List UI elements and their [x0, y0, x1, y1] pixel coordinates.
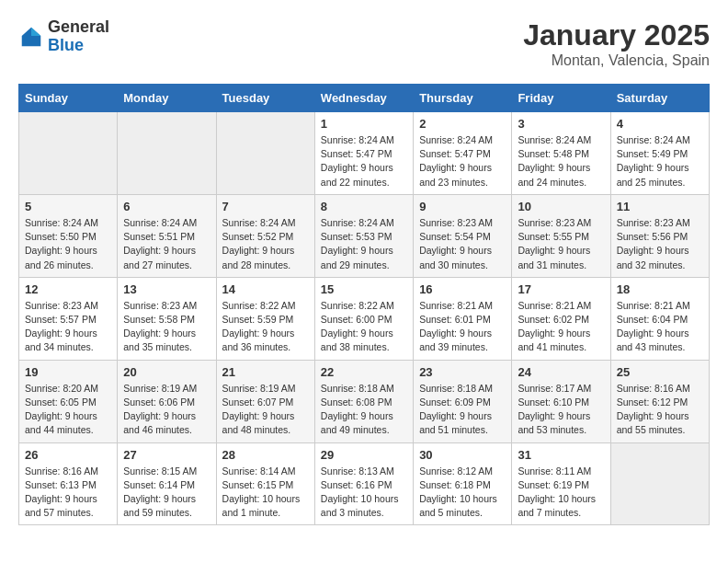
- week-row-2: 12Sunrise: 8:23 AM Sunset: 5:57 PM Dayli…: [19, 277, 710, 360]
- day-info: Sunrise: 8:14 AM Sunset: 6:15 PM Dayligh…: [222, 465, 309, 521]
- weekday-header-row: SundayMondayTuesdayWednesdayThursdayFrid…: [19, 85, 710, 112]
- day-info: Sunrise: 8:24 AM Sunset: 5:52 PM Dayligh…: [222, 216, 309, 272]
- day-cell: 7Sunrise: 8:24 AM Sunset: 5:52 PM Daylig…: [216, 194, 314, 277]
- weekday-header-saturday: Saturday: [610, 85, 709, 112]
- day-cell: 6Sunrise: 8:24 AM Sunset: 5:51 PM Daylig…: [118, 194, 216, 277]
- day-cell: 5Sunrise: 8:24 AM Sunset: 5:50 PM Daylig…: [19, 194, 118, 277]
- logo-text: General Blue: [48, 18, 109, 55]
- weekday-header-friday: Friday: [512, 85, 610, 112]
- day-info: Sunrise: 8:21 AM Sunset: 6:04 PM Dayligh…: [617, 299, 703, 355]
- day-cell: 19Sunrise: 8:20 AM Sunset: 6:05 PM Dayli…: [19, 360, 118, 442]
- day-number: 27: [123, 448, 210, 462]
- day-info: Sunrise: 8:24 AM Sunset: 5:48 PM Dayligh…: [518, 133, 604, 190]
- svg-marker-1: [31, 28, 40, 36]
- day-number: 11: [617, 200, 703, 213]
- day-info: Sunrise: 8:20 AM Sunset: 6:05 PM Dayligh…: [25, 382, 111, 438]
- day-cell: 30Sunrise: 8:12 AM Sunset: 6:18 PM Dayli…: [414, 442, 512, 525]
- day-number: 23: [419, 365, 506, 379]
- day-number: 28: [222, 448, 309, 462]
- day-info: Sunrise: 8:24 AM Sunset: 5:49 PM Dayligh…: [617, 133, 703, 190]
- day-number: 12: [25, 282, 111, 296]
- day-cell: 4Sunrise: 8:24 AM Sunset: 5:49 PM Daylig…: [610, 112, 709, 195]
- day-cell: 20Sunrise: 8:19 AM Sunset: 6:06 PM Dayli…: [118, 360, 216, 442]
- day-info: Sunrise: 8:15 AM Sunset: 6:14 PM Dayligh…: [123, 465, 210, 521]
- day-info: Sunrise: 8:19 AM Sunset: 6:07 PM Dayligh…: [222, 382, 309, 438]
- day-cell: 26Sunrise: 8:16 AM Sunset: 6:13 PM Dayli…: [19, 442, 118, 525]
- logo: General Blue: [18, 18, 109, 55]
- logo-general: General: [48, 18, 109, 37]
- day-info: Sunrise: 8:21 AM Sunset: 6:01 PM Dayligh…: [419, 299, 506, 355]
- day-cell: 1Sunrise: 8:24 AM Sunset: 5:47 PM Daylig…: [314, 112, 413, 195]
- day-number: 21: [222, 365, 309, 379]
- weekday-header-wednesday: Wednesday: [314, 85, 413, 112]
- day-number: 3: [518, 117, 604, 131]
- day-cell: 8Sunrise: 8:24 AM Sunset: 5:53 PM Daylig…: [314, 194, 413, 277]
- weekday-header-sunday: Sunday: [19, 85, 118, 112]
- day-cell: 3Sunrise: 8:24 AM Sunset: 5:48 PM Daylig…: [512, 112, 610, 195]
- day-cell: 10Sunrise: 8:23 AM Sunset: 5:55 PM Dayli…: [512, 194, 610, 277]
- day-info: Sunrise: 8:13 AM Sunset: 6:16 PM Dayligh…: [321, 465, 407, 521]
- day-number: 4: [617, 117, 703, 131]
- day-cell: 15Sunrise: 8:22 AM Sunset: 6:00 PM Dayli…: [314, 277, 413, 360]
- day-cell: 16Sunrise: 8:21 AM Sunset: 6:01 PM Dayli…: [414, 277, 512, 360]
- calendar-table: SundayMondayTuesdayWednesdayThursdayFrid…: [18, 84, 710, 525]
- weekday-header-monday: Monday: [118, 85, 216, 112]
- day-info: Sunrise: 8:22 AM Sunset: 5:59 PM Dayligh…: [222, 299, 309, 355]
- day-number: 1: [321, 117, 407, 131]
- day-number: 8: [321, 200, 407, 213]
- day-number: 16: [419, 282, 506, 296]
- week-row-3: 19Sunrise: 8:20 AM Sunset: 6:05 PM Dayli…: [19, 360, 710, 442]
- calendar-title: January 2025: [523, 18, 710, 52]
- title-block: January 2025 Montan, Valencia, Spain: [523, 18, 710, 69]
- day-info: Sunrise: 8:23 AM Sunset: 5:56 PM Dayligh…: [617, 216, 703, 272]
- day-cell: 2Sunrise: 8:24 AM Sunset: 5:47 PM Daylig…: [414, 112, 512, 195]
- day-cell: 27Sunrise: 8:15 AM Sunset: 6:14 PM Dayli…: [118, 442, 216, 525]
- day-number: 30: [419, 448, 506, 462]
- day-cell: 25Sunrise: 8:16 AM Sunset: 6:12 PM Dayli…: [610, 360, 709, 442]
- day-number: 2: [419, 117, 506, 131]
- day-info: Sunrise: 8:23 AM Sunset: 5:57 PM Dayligh…: [25, 299, 111, 355]
- day-number: 7: [222, 200, 309, 213]
- day-info: Sunrise: 8:19 AM Sunset: 6:06 PM Dayligh…: [123, 382, 210, 438]
- day-number: 19: [25, 365, 111, 379]
- calendar-subtitle: Montan, Valencia, Spain: [523, 52, 710, 69]
- day-cell: [118, 112, 216, 195]
- day-info: Sunrise: 8:16 AM Sunset: 6:12 PM Dayligh…: [617, 382, 703, 438]
- day-info: Sunrise: 8:21 AM Sunset: 6:02 PM Dayligh…: [518, 299, 604, 355]
- day-cell: 14Sunrise: 8:22 AM Sunset: 5:59 PM Dayli…: [216, 277, 314, 360]
- day-info: Sunrise: 8:12 AM Sunset: 6:18 PM Dayligh…: [419, 465, 506, 521]
- day-cell: 23Sunrise: 8:18 AM Sunset: 6:09 PM Dayli…: [414, 360, 512, 442]
- day-number: 31: [518, 448, 604, 462]
- day-number: 25: [617, 365, 703, 379]
- day-number: 10: [518, 200, 604, 213]
- week-row-4: 26Sunrise: 8:16 AM Sunset: 6:13 PM Dayli…: [19, 442, 710, 525]
- day-info: Sunrise: 8:17 AM Sunset: 6:10 PM Dayligh…: [518, 382, 604, 438]
- day-cell: 24Sunrise: 8:17 AM Sunset: 6:10 PM Dayli…: [512, 360, 610, 442]
- day-cell: 21Sunrise: 8:19 AM Sunset: 6:07 PM Dayli…: [216, 360, 314, 442]
- day-cell: 17Sunrise: 8:21 AM Sunset: 6:02 PM Dayli…: [512, 277, 610, 360]
- logo-blue: Blue: [48, 37, 109, 55]
- weekday-header-thursday: Thursday: [414, 85, 512, 112]
- day-info: Sunrise: 8:24 AM Sunset: 5:47 PM Dayligh…: [321, 133, 407, 190]
- day-info: Sunrise: 8:24 AM Sunset: 5:50 PM Dayligh…: [25, 216, 111, 272]
- day-cell: 28Sunrise: 8:14 AM Sunset: 6:15 PM Dayli…: [216, 442, 314, 525]
- logo-icon: [18, 24, 44, 50]
- day-info: Sunrise: 8:11 AM Sunset: 6:19 PM Dayligh…: [518, 465, 604, 521]
- day-info: Sunrise: 8:23 AM Sunset: 5:54 PM Dayligh…: [419, 216, 506, 272]
- page-header: General Blue January 2025 Montan, Valenc…: [18, 18, 710, 69]
- day-cell: [216, 112, 314, 195]
- day-cell: [19, 112, 118, 195]
- day-number: 9: [419, 200, 506, 213]
- day-number: 18: [617, 282, 703, 296]
- day-number: 20: [123, 365, 210, 379]
- week-row-0: 1Sunrise: 8:24 AM Sunset: 5:47 PM Daylig…: [19, 112, 710, 195]
- day-number: 22: [321, 365, 407, 379]
- day-number: 5: [25, 200, 111, 213]
- day-number: 13: [123, 282, 210, 296]
- day-info: Sunrise: 8:18 AM Sunset: 6:09 PM Dayligh…: [419, 382, 506, 438]
- week-row-1: 5Sunrise: 8:24 AM Sunset: 5:50 PM Daylig…: [19, 194, 710, 277]
- day-info: Sunrise: 8:24 AM Sunset: 5:51 PM Dayligh…: [123, 216, 210, 272]
- day-cell: 9Sunrise: 8:23 AM Sunset: 5:54 PM Daylig…: [414, 194, 512, 277]
- day-cell: 18Sunrise: 8:21 AM Sunset: 6:04 PM Dayli…: [610, 277, 709, 360]
- day-info: Sunrise: 8:24 AM Sunset: 5:47 PM Dayligh…: [419, 133, 506, 190]
